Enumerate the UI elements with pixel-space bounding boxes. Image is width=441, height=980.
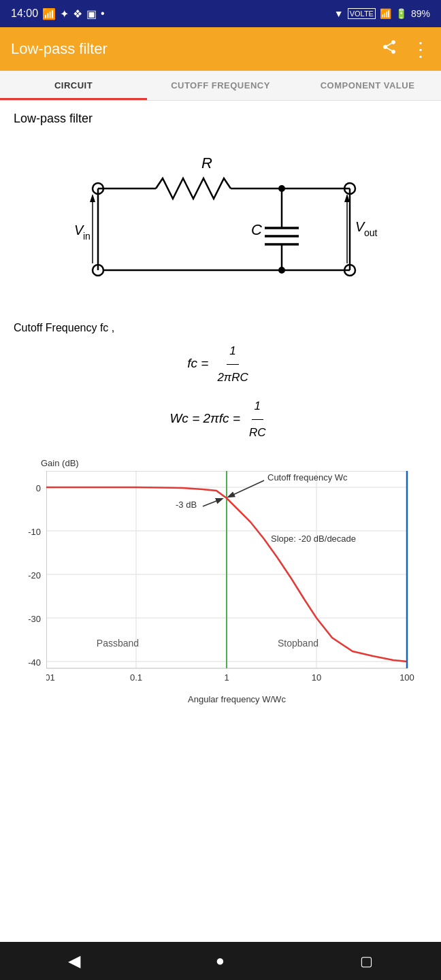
svg-text:C: C xyxy=(251,221,262,238)
svg-text:-40: -40 xyxy=(28,657,41,668)
app-bar-actions: ⋮ xyxy=(381,38,430,61)
svg-text:R: R xyxy=(201,154,212,172)
sim-icon: ▣ xyxy=(86,7,97,20)
y-axis-label: Gain (dB) xyxy=(41,458,427,468)
svg-text:Stopband: Stopband xyxy=(278,638,318,649)
wifi-icon: ▼ xyxy=(334,8,344,19)
bluetooth-icon: ✦ xyxy=(60,7,69,20)
battery-percent: 89% xyxy=(411,8,430,19)
svg-text:-10: -10 xyxy=(28,527,41,537)
svg-text:Slope: -20 dB/decade: Slope: -20 dB/decade xyxy=(271,534,356,544)
formula-fc-lhs: fc = xyxy=(187,356,208,370)
formula-section: Cutoff Frequency fc , fc = 1 2πRC Wc = 2… xyxy=(14,322,427,444)
tab-component-value[interactable]: COMPONENT VALUE xyxy=(294,71,441,100)
formula-fc: fc = 1 2πRC xyxy=(14,340,427,389)
time: 14:00 xyxy=(11,7,38,20)
signal-icon: 📶 xyxy=(42,7,56,20)
fraction-fc: 1 2πRC xyxy=(214,340,250,389)
svg-text:-30: -30 xyxy=(28,614,41,624)
svg-text:0: 0 xyxy=(36,483,41,493)
wc-denominator: RC xyxy=(246,420,269,444)
svg-text:Cutoff frequency Wc: Cutoff frequency Wc xyxy=(267,472,348,483)
x-axis-label: Angular frequency W/Wc xyxy=(46,694,427,704)
fraction-wc: 1 RC xyxy=(246,395,269,444)
formula-wc: Wc = 2πfc = 1 RC xyxy=(14,395,427,444)
svg-text:-20: -20 xyxy=(28,570,41,581)
chart-svg: Cutoff frequency Wc -3 dB Slope: -20 dB/… xyxy=(46,471,421,689)
svg-text:1: 1 xyxy=(224,672,229,683)
share-icon[interactable] xyxy=(381,39,397,59)
circuit-svg: R V in C xyxy=(57,134,384,311)
svg-text:Passband: Passband xyxy=(97,638,139,649)
fc-numerator: 1 xyxy=(227,340,238,365)
wc-numerator: 1 xyxy=(252,395,263,420)
formula-label: Cutoff Frequency fc , xyxy=(14,322,427,334)
svg-text:0.01: 0.01 xyxy=(46,672,55,683)
status-right: ▼ VOLTE 📶 🔋 89% xyxy=(334,8,430,19)
tab-cutoff-frequency[interactable]: CUTOFF FREQUENCY xyxy=(147,71,294,100)
svg-text:0.1: 0.1 xyxy=(130,672,142,683)
main-content: Low-pass filter R V in xyxy=(0,101,441,732)
tabs: CIRCUIT CUTOFF FREQUENCY COMPONENT VALUE xyxy=(0,71,441,101)
more-icon[interactable]: ⋮ xyxy=(411,38,430,61)
y-axis: 0 -10 -20 -30 -40 xyxy=(14,471,46,689)
volte-icon: VOLTE xyxy=(348,8,376,19)
svg-line-46 xyxy=(229,480,264,497)
circuit-diagram: R V in C xyxy=(14,134,427,311)
svg-text:100: 100 xyxy=(399,672,414,683)
dropbox-icon: ❖ xyxy=(73,7,82,20)
status-bar: 14:00 📶 ✦ ❖ ▣ • ▼ VOLTE 📶 🔋 89% xyxy=(0,0,441,27)
tab-circuit[interactable]: CIRCUIT xyxy=(0,71,147,100)
app-title: Low-pass filter xyxy=(11,40,108,58)
dot-icon: • xyxy=(101,7,105,20)
app-bar: Low-pass filter ⋮ xyxy=(0,27,441,71)
svg-text:-3 dB: -3 dB xyxy=(176,500,197,510)
svg-marker-11 xyxy=(90,194,95,202)
svg-text:10: 10 xyxy=(312,672,321,683)
fc-denominator: 2πRC xyxy=(214,365,250,389)
battery-icon: 🔋 xyxy=(395,8,407,19)
signal-bars: 📶 xyxy=(380,8,391,19)
status-left: 14:00 📶 ✦ ❖ ▣ • xyxy=(11,7,105,20)
svg-text:in: in xyxy=(83,231,91,242)
section-title: Low-pass filter xyxy=(14,112,427,126)
svg-line-48 xyxy=(203,499,222,506)
svg-text:out: out xyxy=(364,227,378,238)
formula-wc-lhs: Wc = 2πfc = xyxy=(169,411,240,425)
chart-container: Gain (dB) 0 -10 -20 -30 -40 xyxy=(14,458,427,704)
